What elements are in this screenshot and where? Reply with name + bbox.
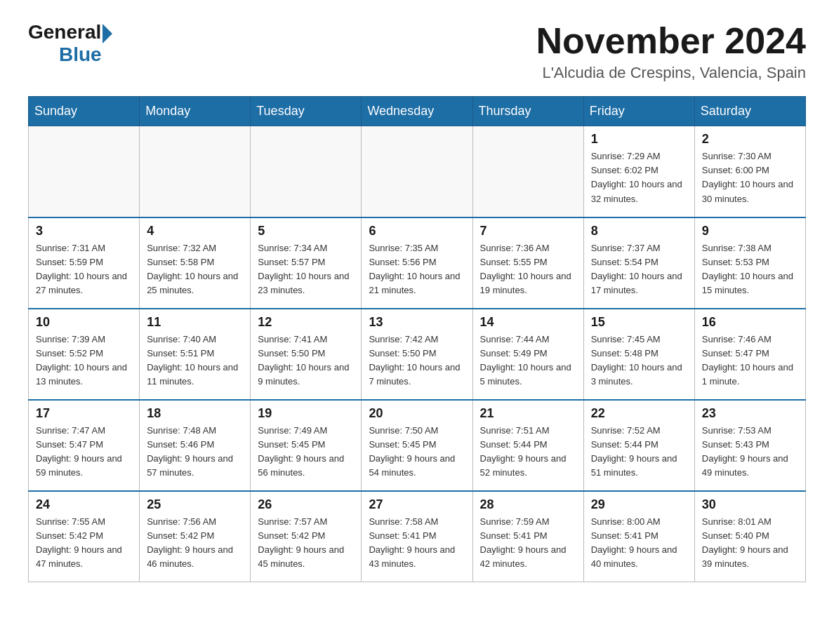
- title-area: November 2024 L'Alcudia de Crespins, Val…: [536, 21, 806, 82]
- calendar-cell: 14Sunrise: 7:44 AMSunset: 5:49 PMDayligh…: [472, 309, 583, 400]
- calendar-cell: 28Sunrise: 7:59 AMSunset: 5:41 PMDayligh…: [472, 491, 583, 582]
- day-number: 18: [147, 406, 243, 421]
- calendar-cell: 8Sunrise: 7:37 AMSunset: 5:54 PMDaylight…: [583, 217, 694, 309]
- calendar-cell: 21Sunrise: 7:51 AMSunset: 5:44 PMDayligh…: [472, 400, 583, 491]
- calendar-cell: 10Sunrise: 7:39 AMSunset: 5:52 PMDayligh…: [29, 309, 140, 400]
- weekday-header-monday: Monday: [140, 97, 251, 126]
- day-info: Sunrise: 7:41 AMSunset: 5:50 PMDaylight:…: [258, 333, 354, 389]
- day-number: 29: [591, 497, 687, 512]
- calendar-cell: 23Sunrise: 7:53 AMSunset: 5:43 PMDayligh…: [694, 400, 805, 491]
- logo-general-text: General: [28, 21, 101, 43]
- day-info: Sunrise: 7:40 AMSunset: 5:51 PMDaylight:…: [147, 333, 243, 389]
- day-info: Sunrise: 7:57 AMSunset: 5:42 PMDaylight:…: [258, 515, 354, 572]
- day-info: Sunrise: 7:34 AMSunset: 5:57 PMDaylight:…: [258, 241, 354, 298]
- calendar-cell: 20Sunrise: 7:50 AMSunset: 5:45 PMDayligh…: [362, 400, 472, 491]
- day-number: 2: [702, 132, 798, 147]
- day-number: 9: [702, 224, 798, 239]
- day-info: Sunrise: 7:58 AMSunset: 5:41 PMDaylight:…: [369, 515, 465, 572]
- day-info: Sunrise: 7:44 AMSunset: 5:49 PMDaylight:…: [480, 333, 576, 389]
- day-number: 21: [480, 406, 576, 421]
- calendar-cell: [29, 126, 140, 217]
- day-number: 26: [258, 497, 354, 512]
- calendar-cell: 24Sunrise: 7:55 AMSunset: 5:42 PMDayligh…: [29, 491, 140, 582]
- calendar-week-row: 17Sunrise: 7:47 AMSunset: 5:47 PMDayligh…: [29, 400, 806, 491]
- day-info: Sunrise: 7:32 AMSunset: 5:58 PMDaylight:…: [147, 241, 243, 298]
- day-info: Sunrise: 8:00 AMSunset: 5:41 PMDaylight:…: [591, 515, 687, 572]
- calendar-cell: 19Sunrise: 7:49 AMSunset: 5:45 PMDayligh…: [251, 400, 362, 491]
- day-info: Sunrise: 7:49 AMSunset: 5:45 PMDaylight:…: [258, 424, 354, 481]
- calendar-cell: [140, 126, 251, 217]
- day-info: Sunrise: 7:31 AMSunset: 5:59 PMDaylight:…: [36, 241, 132, 298]
- day-info: Sunrise: 8:01 AMSunset: 5:40 PMDaylight:…: [702, 515, 798, 572]
- location-subtitle: L'Alcudia de Crespins, Valencia, Spain: [536, 64, 806, 82]
- calendar-cell: 17Sunrise: 7:47 AMSunset: 5:47 PMDayligh…: [29, 400, 140, 491]
- day-number: 3: [36, 224, 132, 239]
- month-year-title: November 2024: [536, 21, 806, 61]
- weekday-header-saturday: Saturday: [694, 97, 805, 126]
- day-info: Sunrise: 7:42 AMSunset: 5:50 PMDaylight:…: [369, 333, 465, 389]
- day-number: 28: [480, 497, 576, 512]
- calendar-cell: 25Sunrise: 7:56 AMSunset: 5:42 PMDayligh…: [140, 491, 251, 582]
- day-number: 1: [591, 132, 687, 147]
- page-header: General Blue November 2024 L'Alcudia de …: [28, 21, 806, 82]
- day-number: 7: [480, 224, 576, 239]
- calendar-cell: [251, 126, 362, 217]
- logo: General Blue: [28, 21, 112, 66]
- day-number: 27: [369, 497, 465, 512]
- day-info: Sunrise: 7:46 AMSunset: 5:47 PMDaylight:…: [702, 333, 798, 389]
- calendar-cell: 26Sunrise: 7:57 AMSunset: 5:42 PMDayligh…: [251, 491, 362, 582]
- calendar-cell: 3Sunrise: 7:31 AMSunset: 5:59 PMDaylight…: [29, 217, 140, 309]
- day-info: Sunrise: 7:48 AMSunset: 5:46 PMDaylight:…: [147, 424, 243, 481]
- day-info: Sunrise: 7:37 AMSunset: 5:54 PMDaylight:…: [591, 241, 687, 298]
- calendar-cell: 16Sunrise: 7:46 AMSunset: 5:47 PMDayligh…: [694, 309, 805, 400]
- day-info: Sunrise: 7:56 AMSunset: 5:42 PMDaylight:…: [147, 515, 243, 572]
- calendar-cell: 27Sunrise: 7:58 AMSunset: 5:41 PMDayligh…: [362, 491, 472, 582]
- day-number: 8: [591, 224, 687, 239]
- calendar-cell: 30Sunrise: 8:01 AMSunset: 5:40 PMDayligh…: [694, 491, 805, 582]
- logo-blue-text: Blue: [59, 43, 102, 66]
- day-info: Sunrise: 7:59 AMSunset: 5:41 PMDaylight:…: [480, 515, 576, 572]
- weekday-header-thursday: Thursday: [472, 97, 583, 126]
- calendar-cell: 13Sunrise: 7:42 AMSunset: 5:50 PMDayligh…: [362, 309, 472, 400]
- day-number: 22: [591, 406, 687, 421]
- day-info: Sunrise: 7:50 AMSunset: 5:45 PMDaylight:…: [369, 424, 465, 481]
- weekday-header-friday: Friday: [583, 97, 694, 126]
- calendar-cell: 22Sunrise: 7:52 AMSunset: 5:44 PMDayligh…: [583, 400, 694, 491]
- day-number: 4: [147, 224, 243, 239]
- day-number: 25: [147, 497, 243, 512]
- day-info: Sunrise: 7:52 AMSunset: 5:44 PMDaylight:…: [591, 424, 687, 481]
- day-info: Sunrise: 7:51 AMSunset: 5:44 PMDaylight:…: [480, 424, 576, 481]
- day-number: 30: [702, 497, 798, 512]
- day-number: 5: [258, 224, 354, 239]
- calendar-table: SundayMondayTuesdayWednesdayThursdayFrid…: [28, 96, 806, 582]
- day-info: Sunrise: 7:36 AMSunset: 5:55 PMDaylight:…: [480, 241, 576, 298]
- calendar-cell: 29Sunrise: 8:00 AMSunset: 5:41 PMDayligh…: [583, 491, 694, 582]
- day-info: Sunrise: 7:45 AMSunset: 5:48 PMDaylight:…: [591, 333, 687, 389]
- calendar-week-row: 1Sunrise: 7:29 AMSunset: 6:02 PMDaylight…: [29, 126, 806, 217]
- calendar-cell: 18Sunrise: 7:48 AMSunset: 5:46 PMDayligh…: [140, 400, 251, 491]
- weekday-header-wednesday: Wednesday: [362, 97, 472, 126]
- logo-arrow-icon: [102, 24, 112, 43]
- day-info: Sunrise: 7:30 AMSunset: 6:00 PMDaylight:…: [702, 149, 798, 206]
- calendar-cell: 1Sunrise: 7:29 AMSunset: 6:02 PMDaylight…: [583, 126, 694, 217]
- day-number: 12: [258, 315, 354, 330]
- calendar-cell: 15Sunrise: 7:45 AMSunset: 5:48 PMDayligh…: [583, 309, 694, 400]
- weekday-header-sunday: Sunday: [29, 97, 140, 126]
- day-number: 6: [369, 224, 465, 239]
- calendar-cell: 2Sunrise: 7:30 AMSunset: 6:00 PMDaylight…: [694, 126, 805, 217]
- calendar-week-row: 3Sunrise: 7:31 AMSunset: 5:59 PMDaylight…: [29, 217, 806, 309]
- calendar-cell: [472, 126, 583, 217]
- day-info: Sunrise: 7:35 AMSunset: 5:56 PMDaylight:…: [369, 241, 465, 298]
- calendar-cell: 6Sunrise: 7:35 AMSunset: 5:56 PMDaylight…: [362, 217, 472, 309]
- day-number: 11: [147, 315, 243, 330]
- day-number: 19: [258, 406, 354, 421]
- weekday-header-tuesday: Tuesday: [251, 97, 362, 126]
- day-info: Sunrise: 7:29 AMSunset: 6:02 PMDaylight:…: [591, 149, 687, 206]
- day-number: 14: [480, 315, 576, 330]
- day-info: Sunrise: 7:38 AMSunset: 5:53 PMDaylight:…: [702, 241, 798, 298]
- calendar-week-row: 24Sunrise: 7:55 AMSunset: 5:42 PMDayligh…: [29, 491, 806, 582]
- day-number: 20: [369, 406, 465, 421]
- calendar-header-row: SundayMondayTuesdayWednesdayThursdayFrid…: [29, 97, 806, 126]
- calendar-cell: 7Sunrise: 7:36 AMSunset: 5:55 PMDaylight…: [472, 217, 583, 309]
- calendar-cell: [362, 126, 472, 217]
